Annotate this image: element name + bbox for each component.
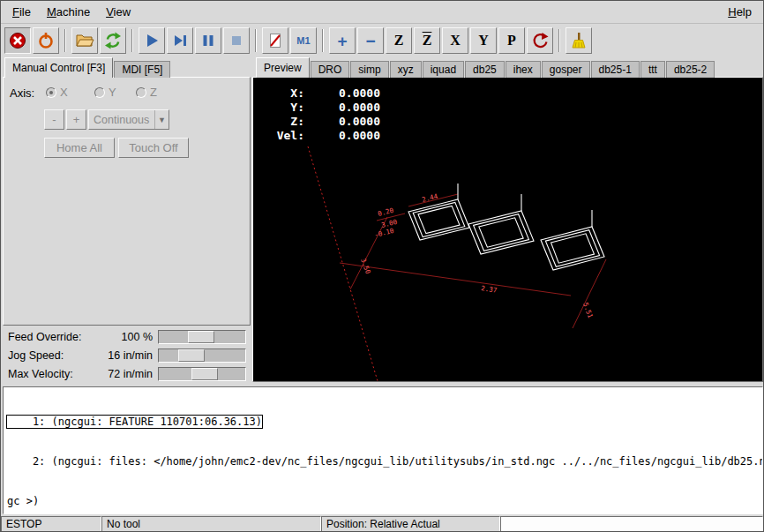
tab-simp[interactable]: simp xyxy=(350,61,388,78)
svg-text:0.20: 0.20 xyxy=(377,206,394,218)
power-icon xyxy=(36,31,56,50)
menubar: File Machine View Help xyxy=(1,1,763,24)
menu-machine[interactable]: Machine xyxy=(39,2,98,22)
tab-ttt[interactable]: ttt xyxy=(640,61,665,78)
rotate-view-button[interactable] xyxy=(527,27,553,54)
skip-lines-button[interactable] xyxy=(262,27,288,54)
max-velocity-slider[interactable] xyxy=(158,367,246,381)
chevron-down-icon: ▼ xyxy=(154,110,169,129)
zoom-in-icon: + xyxy=(337,33,347,49)
toolbar: M1 + − Z Z X Y P xyxy=(1,25,763,56)
tab-gosper[interactable]: gosper xyxy=(542,61,590,78)
tab-manual-control[interactable]: Manual Control [F3] xyxy=(4,57,113,78)
menu-help[interactable]: Help xyxy=(720,2,760,22)
home-all-button[interactable]: Home All xyxy=(44,138,115,158)
slider-handle[interactable] xyxy=(188,331,214,343)
machine-power-button[interactable] xyxy=(33,27,59,54)
touch-off-button[interactable]: Touch Off xyxy=(118,138,189,158)
jog-mode-value: Continuous xyxy=(89,114,154,126)
estop-icon xyxy=(8,31,27,50)
run-icon xyxy=(143,32,161,49)
view-perspective-button[interactable]: P xyxy=(498,27,525,54)
tab-mdi[interactable]: MDI [F5] xyxy=(114,61,170,78)
jog-mode-select[interactable]: Continuous ▼ xyxy=(88,109,169,130)
view-perspective-icon: P xyxy=(507,34,516,48)
zoom-out-button[interactable]: − xyxy=(357,27,384,54)
svg-text:M1: M1 xyxy=(296,35,310,46)
linuxcnc-axis-window: File Machine View Help xyxy=(0,0,764,532)
status-filler xyxy=(500,516,763,532)
skip-lines-icon xyxy=(266,32,284,49)
slider-handle[interactable] xyxy=(191,368,218,380)
view-side-button[interactable]: X xyxy=(442,27,468,54)
toolpath-connector-2 xyxy=(468,194,534,254)
tab-preview[interactable]: Preview xyxy=(256,57,310,78)
run-button[interactable] xyxy=(139,27,165,54)
zoom-in-button[interactable]: + xyxy=(329,27,356,54)
tab-ihex[interactable]: ihex xyxy=(506,61,541,78)
optional-stop-button[interactable]: M1 xyxy=(290,27,317,54)
tab-db25[interactable]: db25 xyxy=(465,61,505,78)
right-notebook-tabs: Preview DRO simp xyz iquad db25 ihex gos… xyxy=(256,57,715,78)
max-velocity-label: Max Velocity: xyxy=(8,368,73,380)
slider-handle[interactable] xyxy=(178,349,205,362)
pause-button[interactable] xyxy=(195,27,221,54)
feed-override-slider[interactable] xyxy=(158,330,246,344)
dro-vel-value: 0.0000 xyxy=(304,129,380,143)
open-folder-icon xyxy=(75,31,94,50)
dro-x-label: X: xyxy=(264,86,304,101)
open-file-button[interactable] xyxy=(71,27,98,54)
dro-z-value: 0.0000 xyxy=(304,115,380,129)
svg-text:3.50: 3.50 xyxy=(359,258,372,276)
gcode-listing[interactable]: 1: (ngcgui: FEATURE 110701:06.36.13) 2: … xyxy=(3,386,763,514)
left-notebook-tabs: Manual Control [F3] MDI [F5] xyxy=(4,57,171,78)
view-front-button[interactable]: Y xyxy=(470,27,497,54)
toolbar-separator xyxy=(558,29,560,52)
tab-xyz[interactable]: xyz xyxy=(390,61,422,78)
axis-y-label: Y xyxy=(109,86,116,99)
gcode-line: 2: (ngcgui: files: </home/john/emc2-dev/… xyxy=(7,455,759,468)
view-back-button[interactable]: Z xyxy=(414,27,440,54)
statusbar: ESTOP No tool Position: Relative Actual xyxy=(1,516,763,532)
jog-plus-button[interactable]: + xyxy=(66,109,86,130)
jog-speed-slider[interactable] xyxy=(158,348,246,363)
optional-stop-icon: M1 xyxy=(295,32,312,49)
menu-file[interactable]: File xyxy=(4,2,39,22)
jog-minus-button[interactable]: - xyxy=(44,109,64,130)
tab-dro[interactable]: DRO xyxy=(311,61,350,78)
step-button[interactable] xyxy=(167,27,193,54)
status-tool: No tool xyxy=(101,516,321,532)
manual-control-panel: Axis: X Y Z - + Continuous ▼ Home All To… xyxy=(3,77,251,326)
jog-speed-row: Jog Speed: 16 in/min xyxy=(1,347,251,364)
tab-db25-1[interactable]: db25-1 xyxy=(591,61,640,78)
view-front-icon: Y xyxy=(478,34,489,48)
reload-file-button[interactable] xyxy=(100,27,126,54)
dimension-labels: 2.44 0.20 3.00 -0.10 3.50 2.37 5.51 xyxy=(359,192,595,319)
dro-vel-label: Vel: xyxy=(264,129,304,143)
preview-canvas[interactable]: 2.44 0.20 3.00 -0.10 3.50 2.37 5.51 X:0.… xyxy=(252,77,763,382)
dro-z-label: Z: xyxy=(264,115,304,129)
estop-button[interactable] xyxy=(4,27,31,54)
tab-db25-2[interactable]: db25-2 xyxy=(666,61,715,78)
menu-view[interactable]: View xyxy=(98,2,139,22)
clear-plot-icon xyxy=(569,31,588,50)
jog-speed-label: Jog Speed: xyxy=(8,349,64,362)
axis-y-radio[interactable]: Y xyxy=(94,86,116,99)
clear-plot-button[interactable] xyxy=(566,27,592,54)
dro-y-value: 0.0000 xyxy=(304,101,380,115)
axis-x-radio[interactable]: X xyxy=(46,86,68,99)
pause-icon xyxy=(199,32,217,49)
toolbar-separator xyxy=(322,29,324,52)
axis-z-radio[interactable]: Z xyxy=(136,86,157,99)
stop-button[interactable] xyxy=(223,27,250,54)
toolbar-separator xyxy=(131,29,133,52)
reload-icon xyxy=(103,31,123,50)
view-top-button[interactable]: Z xyxy=(386,27,412,54)
svg-text:2.37: 2.37 xyxy=(481,284,498,294)
feed-override-label: Feed Override: xyxy=(8,331,81,343)
axis-x-label: X xyxy=(60,86,68,99)
axis-z-label: Z xyxy=(150,86,157,99)
svg-text:5.51: 5.51 xyxy=(581,302,595,319)
tab-iquad[interactable]: iquad xyxy=(423,61,464,78)
radio-icon xyxy=(136,87,146,98)
